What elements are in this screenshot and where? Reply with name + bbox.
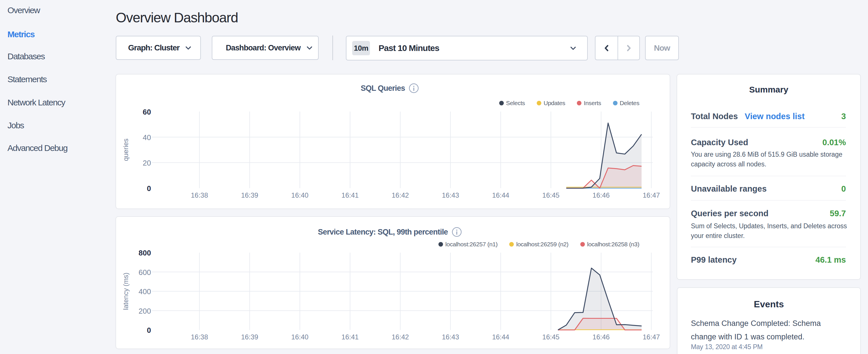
svg-text:16:47: 16:47 (643, 191, 660, 199)
svg-text:20: 20 (143, 159, 151, 167)
svg-text:16:39: 16:39 (241, 191, 258, 199)
svg-text:16:46: 16:46 (593, 333, 610, 341)
svg-text:16:41: 16:41 (342, 333, 359, 341)
svg-text:0: 0 (147, 326, 151, 334)
svg-text:16:40: 16:40 (291, 333, 308, 341)
svg-text:40: 40 (143, 133, 151, 142)
svg-text:16:43: 16:43 (442, 191, 459, 199)
svg-text:400: 400 (139, 287, 151, 296)
svg-text:16:45: 16:45 (542, 333, 559, 341)
svg-text:16:47: 16:47 (643, 333, 660, 341)
svg-text:16:44: 16:44 (492, 333, 509, 341)
svg-text:800: 800 (139, 249, 151, 257)
svg-text:60: 60 (143, 108, 151, 116)
svg-text:16:39: 16:39 (241, 333, 258, 341)
svg-text:600: 600 (139, 268, 151, 277)
svg-text:queries: queries (122, 139, 129, 161)
svg-text:16:43: 16:43 (442, 333, 459, 341)
svg-text:16:38: 16:38 (191, 191, 208, 199)
svg-text:16:40: 16:40 (291, 191, 308, 199)
svg-text:latency (ms): latency (ms) (122, 273, 129, 310)
svg-text:16:45: 16:45 (542, 191, 559, 199)
svg-text:16:38: 16:38 (191, 333, 208, 341)
svg-text:0: 0 (147, 184, 151, 193)
svg-text:16:42: 16:42 (392, 191, 409, 199)
svg-text:200: 200 (139, 307, 151, 315)
svg-text:16:44: 16:44 (492, 191, 509, 199)
svg-text:16:42: 16:42 (392, 333, 409, 341)
svg-text:16:41: 16:41 (342, 191, 359, 199)
svg-text:16:46: 16:46 (593, 191, 610, 199)
